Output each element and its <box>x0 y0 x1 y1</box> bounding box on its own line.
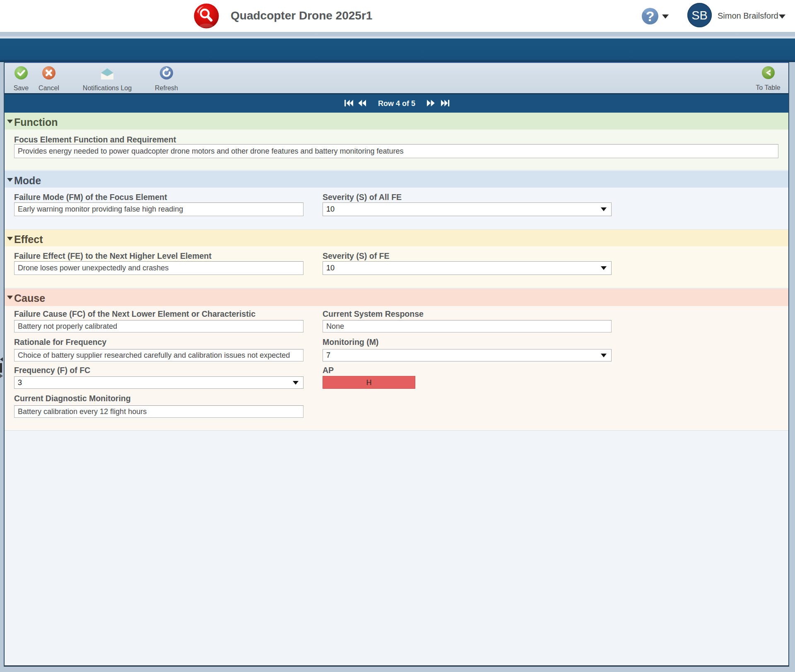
svg-text:?: ? <box>646 9 655 24</box>
